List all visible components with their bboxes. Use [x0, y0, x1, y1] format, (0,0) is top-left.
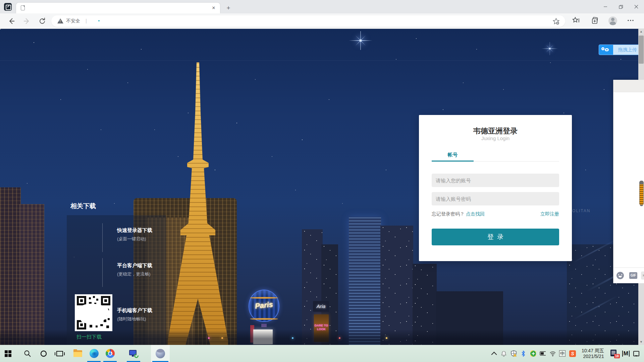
- building-silhouette: [19, 204, 44, 345]
- scrollbar-thumb[interactable]: [639, 36, 644, 64]
- page-favicon-icon: [21, 5, 25, 10]
- scroll-up-icon[interactable]: ▲: [638, 29, 644, 35]
- back-button[interactable]: [7, 17, 15, 25]
- favorites-icon[interactable]: [572, 16, 580, 24]
- forward-button[interactable]: [23, 17, 31, 25]
- bluetooth-icon[interactable]: [520, 351, 526, 357]
- windows-logo-icon: [5, 350, 11, 357]
- download-item-title: 快速登录器下载: [117, 227, 164, 234]
- url-favicon-dot: [98, 20, 100, 21]
- browser-profile-avatar[interactable]: [608, 16, 617, 25]
- task-view-icon: [56, 351, 63, 356]
- notification-bell-icon[interactable]: [501, 351, 507, 357]
- folder-icon: [73, 350, 82, 357]
- chrome-icon: [106, 349, 115, 358]
- taskbar-clock[interactable]: 10:47 周五 2021/5/21: [580, 348, 606, 359]
- building-silhouette: [0, 187, 21, 345]
- sogou-input-icon[interactable]: S: [569, 350, 576, 357]
- window-close-button[interactable]: [629, 0, 644, 13]
- not-secure-label: 不安全: [66, 18, 80, 24]
- building-silhouette: [380, 226, 413, 345]
- address-separator: |: [86, 18, 87, 23]
- cosmopolitan-sign-fragment: OLITAN: [572, 208, 590, 213]
- chat-panel-header[interactable]: [613, 80, 644, 92]
- account-input[interactable]: [432, 174, 559, 187]
- file-explorer-button[interactable]: [70, 345, 86, 362]
- antivirus-icon[interactable]: [530, 351, 536, 357]
- login-card: 韦德亚洲登录 Juxing Login 帐号 忘记登录密码？ 点击找回 立即注册…: [419, 115, 572, 261]
- chat-panel: GIF ✂: [613, 80, 644, 283]
- divider: [102, 223, 103, 252]
- download-item-launcher[interactable]: 快速登录器下载 (桌面一键启动): [117, 227, 164, 242]
- emoji-icon[interactable]: [616, 272, 624, 279]
- tab-close-icon[interactable]: ✕: [211, 5, 217, 11]
- hidden-icons-chevron[interactable]: [491, 351, 497, 357]
- clock-date: 2021/5/21: [582, 354, 604, 359]
- remote-desktop-icon: [129, 350, 138, 357]
- start-button[interactable]: [0, 345, 16, 362]
- window-minimize-button[interactable]: [598, 0, 613, 13]
- remote-desktop-taskbar-button[interactable]: [125, 345, 142, 362]
- chat-scrollbar-thumb[interactable]: [639, 181, 644, 205]
- chrome-taskbar-button[interactable]: [102, 345, 118, 362]
- recover-password-link[interactable]: 点击找回: [466, 211, 485, 217]
- sparkle-star-icon: [360, 40, 361, 41]
- download-item-note: (更稳定，更流畅): [117, 271, 164, 277]
- drag-upload-label: 拖拽上传: [613, 45, 642, 55]
- password-input[interactable]: [432, 192, 559, 205]
- page-scrollbar[interactable]: ▼: [638, 283, 644, 345]
- action-center-icon[interactable]: [633, 351, 639, 357]
- collections-icon[interactable]: [591, 16, 599, 24]
- download-item-title: 手机端客户下载: [117, 307, 164, 314]
- window-restore-button[interactable]: [613, 0, 629, 13]
- refresh-button[interactable]: [38, 17, 46, 25]
- m-app-icon[interactable]: M: [622, 351, 630, 357]
- add-favorite-icon[interactable]: [552, 18, 560, 25]
- scroll-down-icon[interactable]: ▼: [638, 339, 644, 345]
- starfield: [0, 29, 1, 29]
- downloads-heading: 相关下载: [70, 202, 96, 210]
- forgot-password-label: 忘记登录密码？: [432, 211, 465, 217]
- active-app-taskbar-button[interactable]: [151, 345, 170, 362]
- browser-titlebar: ✕ +: [0, 0, 644, 13]
- taskbar-search-button[interactable]: [19, 345, 36, 362]
- download-item-mobile[interactable]: 手机端客户下载 (随时随地畅玩): [117, 307, 164, 322]
- login-subtitle: Juxing Login: [419, 135, 572, 141]
- chat-toolbar: GIF ✂: [613, 267, 644, 283]
- gif-icon[interactable]: GIF: [629, 272, 637, 279]
- download-item-note: (桌面一键启动): [117, 236, 164, 242]
- sky-seam-line: [0, 60, 644, 61]
- sparkle-star-icon: [549, 48, 550, 49]
- divider: [102, 258, 103, 287]
- edge-icon: [90, 349, 99, 358]
- screenshot-icon[interactable]: ✂: [641, 272, 644, 280]
- login-title: 韦德亚洲登录: [419, 126, 572, 136]
- ime-indicator[interactable]: 中: [559, 350, 566, 357]
- address-bar[interactable]: 不安全 |: [51, 15, 565, 27]
- cortana-button[interactable]: [36, 345, 52, 362]
- notification-app-icon[interactable]: 18: [610, 350, 619, 358]
- battery-icon[interactable]: [540, 351, 546, 357]
- task-view-button[interactable]: [52, 345, 68, 362]
- system-tray: 中 S 10:47 周五 2021/5/21 18 M: [491, 345, 644, 362]
- unread-count-badge: 18: [614, 354, 620, 358]
- download-item-client[interactable]: 平台客户端下载 (更稳定，更流畅): [117, 262, 164, 277]
- new-tab-button[interactable]: +: [224, 4, 233, 12]
- qr-caption[interactable]: 扫一扫下载: [76, 334, 102, 340]
- paris-balloon: Paris: [249, 290, 279, 327]
- browser-active-tab[interactable]: ✕: [16, 3, 220, 13]
- page-scrollbar[interactable]: ▲: [638, 29, 644, 80]
- baidu-drag-upload-widget[interactable]: 拖拽上传: [599, 45, 642, 55]
- register-link[interactable]: 立即注册: [540, 211, 559, 217]
- wifi-icon[interactable]: [549, 351, 555, 357]
- avatar-app-icon: [156, 349, 165, 358]
- browser-app-icon: [4, 3, 12, 11]
- login-button[interactable]: 登录: [432, 229, 559, 245]
- edge-taskbar-button[interactable]: [86, 345, 102, 362]
- browser-menu-icon[interactable]: [627, 16, 635, 24]
- security-shield-icon[interactable]: [511, 351, 517, 357]
- qr-code: [75, 294, 112, 331]
- tab-account[interactable]: 帐号: [432, 152, 474, 158]
- aria-sign: Aria: [313, 301, 329, 312]
- screen: ✕ + 不安全 |: [0, 0, 644, 362]
